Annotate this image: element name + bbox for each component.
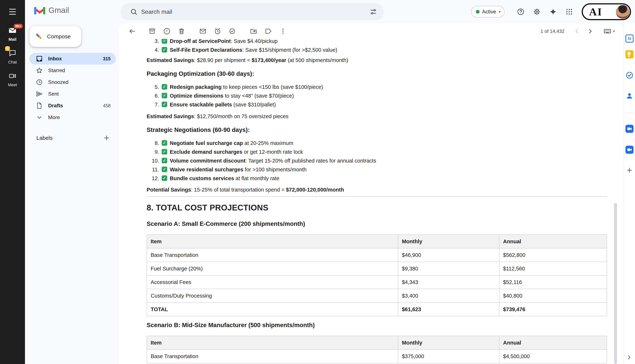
sidebar-item-snoozed[interactable]: Snoozed — [29, 76, 116, 88]
calendar-icon[interactable]: 31 — [625, 34, 633, 42]
settings-gear-button[interactable] — [530, 4, 544, 19]
help-button[interactable] — [513, 4, 528, 19]
list-item-8: 8. Negotiate fuel surcharge cap at 20-25… — [147, 139, 607, 148]
cell-annual: $40,800 — [499, 289, 607, 302]
ai-logo-text: AI — [589, 6, 602, 18]
column-header-monthly: Monthly — [398, 336, 499, 350]
list-number: 11. — [147, 165, 159, 174]
google-apps-grid-button[interactable] — [562, 4, 577, 19]
back-arrow-button[interactable] — [125, 24, 140, 38]
nav-rail-item-mail[interactable]: 99+ Mail — [8, 26, 17, 42]
cell-annual: $739,476 — [499, 302, 607, 316]
chevron-down-icon — [36, 114, 43, 121]
nav-rail-item-meet[interactable]: Meet — [8, 71, 17, 87]
list-text-rest: : Target 15-20% off published rates for … — [246, 158, 376, 164]
savings-tail: (at 500 shipments/month) — [286, 57, 348, 63]
list-text: Self-File Export Declarations: Save $15/… — [170, 46, 337, 54]
gmail-m-icon — [34, 6, 45, 14]
contacts-icon[interactable] — [625, 92, 633, 100]
savings-label: Estimated Savings — [147, 57, 194, 63]
sidebar-item-more[interactable]: More — [29, 112, 116, 123]
list-text-bold: Bundle customs services — [170, 176, 234, 181]
list-text-bold: Volume commitment discount — [170, 158, 246, 164]
sidebar-item-starred[interactable]: Starred — [29, 64, 116, 76]
check-emoji — [162, 39, 167, 44]
list-text-bold: Drop-off at ServicePoint — [170, 39, 231, 44]
savings-label: Estimated Savings — [147, 114, 194, 119]
cell-monthly: $4,343 — [398, 276, 499, 289]
archive-button[interactable] — [145, 24, 159, 38]
list-text-rest: at flat monthly rate — [234, 176, 280, 181]
profile-avatar[interactable] — [616, 5, 629, 19]
scrollbar-thumb[interactable] — [614, 203, 617, 364]
nav-rail-label-mail: Mail — [9, 37, 17, 42]
list-item-12: 12. Bundle customs services at flat mont… — [147, 174, 607, 183]
search-icon[interactable] — [126, 4, 141, 19]
gemini-sparkle-button[interactable] — [546, 4, 560, 19]
status-chip[interactable]: Active ▾ — [471, 6, 505, 18]
cell-monthly: $61,623 — [398, 302, 499, 316]
sidebar-item-count: 315 — [103, 56, 116, 62]
estimated-savings-1: Estimated Savings: $28.90 per shipment =… — [147, 56, 607, 64]
video-addon-icon-1[interactable] — [625, 125, 633, 133]
ai-logo-pill: AI — [582, 3, 631, 20]
gmail-app: 99+ Mail Chat Meet Gmail — [0, 0, 635, 364]
add-to-tasks-button[interactable] — [225, 24, 240, 38]
cell-item: TOTAL — [147, 302, 398, 316]
sidebar-item-label: Drafts — [48, 103, 63, 108]
keyboard-icon — [603, 27, 611, 35]
table-row: Base Transportation $375,000 $4,500,000 — [147, 350, 607, 363]
star-icon — [36, 67, 43, 74]
column-header-item: Item — [147, 235, 398, 248]
list-text-bold: Optimize dimensions — [170, 93, 224, 99]
nav-rail-item-chat[interactable]: Chat — [8, 48, 17, 64]
cell-monthly: $3,400 — [398, 289, 499, 302]
list-text: Bundle customs services at flat monthly … — [170, 174, 279, 183]
list-number: 3. — [147, 39, 159, 46]
more-options-button[interactable] — [276, 24, 290, 38]
compose-button[interactable]: Compose — [29, 26, 81, 47]
sidebar-item-drafts[interactable]: Drafts 458 — [29, 100, 116, 112]
list-text-rest: at 20-25% maximum — [243, 140, 293, 146]
list-text-rest: : Save $4.40/pickup — [231, 39, 278, 44]
list-text: Drop-off at ServicePoint: Save $4.40/pic… — [170, 39, 278, 46]
tasks-icon[interactable] — [625, 71, 633, 79]
list-text-bold: Negotiate fuel surcharge cap — [170, 140, 243, 146]
draft-file-icon — [36, 102, 43, 109]
active-status-dot — [476, 10, 480, 14]
snooze-button[interactable] — [210, 24, 225, 38]
check-emoji — [162, 166, 167, 172]
keep-icon[interactable] — [625, 50, 633, 58]
check-emoji — [162, 47, 167, 52]
add-addon-plus-icon[interactable] — [625, 166, 633, 174]
status-label: Active — [482, 9, 496, 15]
video-addon-icon-2[interactable] — [625, 146, 633, 154]
list-text-bold: Self-File Export Declarations — [170, 47, 242, 53]
label-button[interactable] — [261, 24, 276, 38]
nav-rail-label-chat: Chat — [8, 60, 17, 64]
search-input[interactable] — [141, 8, 366, 15]
side-panel-expand-chevron[interactable] — [625, 353, 633, 362]
input-method-selector[interactable]: ▾ — [603, 27, 615, 35]
gmail-logo[interactable]: Gmail — [34, 6, 69, 15]
create-label-button[interactable] — [103, 134, 111, 142]
move-to-folder-button[interactable] — [246, 24, 261, 38]
sidebar-item-inbox[interactable]: Inbox 315 — [29, 53, 116, 64]
delete-button[interactable] — [174, 24, 189, 38]
search-filter-icon[interactable] — [366, 4, 381, 19]
sidebar-item-sent[interactable]: Sent — [29, 88, 116, 100]
section-divider — [147, 196, 607, 197]
cell-monthly: $46,900 — [398, 248, 499, 262]
labels-title: Labels — [36, 135, 53, 141]
email-toolbar: 1 of 14,432 ▾ — [119, 24, 623, 39]
chevron-down-icon: ▾ — [613, 29, 615, 33]
list-text: Volume commitment discount: Target 15-20… — [170, 156, 376, 165]
report-spam-button[interactable] — [159, 24, 174, 38]
list-text-rest: (save $310/pallet) — [232, 102, 276, 108]
list-text-bold: Waive residential surcharges — [170, 166, 243, 172]
newer-chevron-left-button[interactable] — [570, 24, 583, 38]
older-chevron-right-button[interactable] — [583, 24, 597, 38]
hamburger-menu-icon[interactable] — [5, 4, 20, 19]
nav-rail-label-meet: Meet — [8, 82, 17, 87]
mark-unread-button[interactable] — [195, 24, 210, 38]
